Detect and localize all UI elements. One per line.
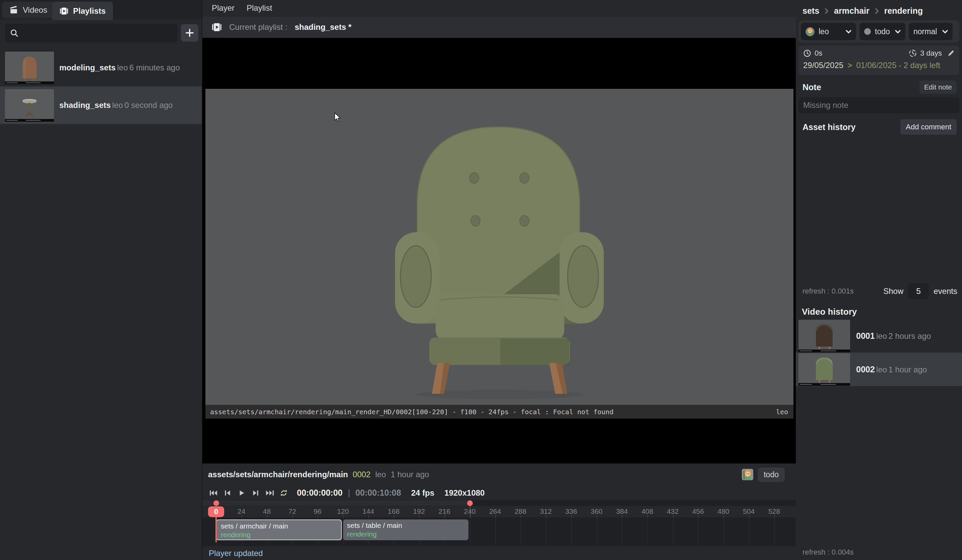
timeline-clip[interactable]: sets / armchair / mainrendering xyxy=(216,520,342,540)
timeline-tick-mark xyxy=(242,515,242,518)
refresh-indicator-bottom: refresh : 0.004s xyxy=(802,548,854,557)
version-author: leo xyxy=(375,470,386,479)
timeline-tick-label: 192 xyxy=(413,507,425,515)
previous-frame-button[interactable] xyxy=(223,489,232,497)
playlist-item-shading-sets[interactable]: shading_sets leo 0 second ago xyxy=(0,87,202,124)
status-badge[interactable]: todo xyxy=(758,468,784,482)
green-armchair-back-thumbnail xyxy=(799,353,850,386)
add-comment-button[interactable]: Add comment xyxy=(900,119,957,135)
playhead-line[interactable] xyxy=(215,517,217,542)
search-icon xyxy=(10,29,19,38)
breadcrumb-sets[interactable]: sets xyxy=(802,6,819,16)
loop-button[interactable] xyxy=(279,489,288,497)
video-frame xyxy=(205,89,793,405)
tab-playlists-label: Playlists xyxy=(73,6,105,16)
status-select[interactable]: todo xyxy=(859,23,906,40)
playlist-name: shading_sets xyxy=(59,100,111,110)
playhead-dot[interactable] xyxy=(213,500,219,506)
tab-videos[interactable]: Videos xyxy=(2,2,55,18)
plus-icon xyxy=(185,28,195,38)
events-row: refresh : 0.001s Show 5 events xyxy=(796,283,962,299)
timeline-tick-mark xyxy=(622,515,623,518)
version-path: assets/sets/armchair/rendering/main xyxy=(208,470,348,479)
edit-estimation-pencil-icon[interactable] xyxy=(947,50,955,57)
timeline-tick-mark xyxy=(571,515,572,518)
mouse-cursor xyxy=(333,112,343,122)
breadcrumb-rendering[interactable]: rendering xyxy=(884,6,923,16)
overlay-path: assets/sets/armchair/rendering/main_rend… xyxy=(210,408,412,416)
clip-task-type: rendering xyxy=(347,530,469,539)
timeline-tick-mark xyxy=(749,515,750,518)
end-marker-dot[interactable] xyxy=(467,500,473,506)
breadcrumb-armchair[interactable]: armchair xyxy=(834,6,870,16)
timeline-tick-mark xyxy=(267,515,267,518)
history-author: leo xyxy=(876,365,887,374)
timeline-grid-line xyxy=(470,518,470,546)
current-playlist-bar: Current playlist : shading_sets * xyxy=(202,16,796,38)
player-tabbar: Player Playlist xyxy=(202,0,796,16)
timeline-tick-mark xyxy=(723,515,724,518)
timeline-grid-line xyxy=(673,518,673,546)
skip-end-button[interactable] xyxy=(265,489,274,497)
chevron-down-icon xyxy=(846,30,851,34)
timeline-grid-line xyxy=(495,518,496,546)
time-spent-value: 0s xyxy=(815,49,822,58)
timeline-tick-mark xyxy=(774,515,775,518)
video-history-item-0001[interactable]: 0001 leo 2 hours ago xyxy=(796,319,962,353)
player-controls: 00:00:00:00 | 00:00:10:08 24 fps 1920x10… xyxy=(202,486,796,500)
clip-title: sets / table / main xyxy=(347,521,469,530)
history-time: 1 hour ago xyxy=(889,365,927,374)
resolution-indicator: 1920x1080 xyxy=(444,488,484,498)
video-history-item-0002[interactable]: 0002 leo 1 hour ago xyxy=(796,353,962,386)
status-dot-icon xyxy=(864,28,871,35)
timeline-clip[interactable]: sets / table / mainrendering xyxy=(343,520,469,540)
timeline-tick-label: 456 xyxy=(692,507,704,515)
timeline-tick-label: 480 xyxy=(717,507,729,515)
events-count-input[interactable]: 5 xyxy=(908,283,929,299)
events-label: events xyxy=(933,287,957,296)
playlist-item-modeling-sets[interactable]: modeling_sets leo 6 minutes ago xyxy=(0,49,202,87)
note-field[interactable]: Missing note xyxy=(799,97,959,113)
timeline-tick-label: 408 xyxy=(641,507,653,515)
due-date: 01/06/2025 - 2 days left xyxy=(856,61,940,70)
priority-select[interactable]: normal xyxy=(909,23,952,40)
clock-icon xyxy=(803,49,811,57)
timeline[interactable]: 0244872961201441681922162402642883123363… xyxy=(202,500,796,546)
search-input[interactable] xyxy=(5,23,178,42)
tab-player[interactable]: Player xyxy=(212,3,234,13)
skip-start-button[interactable] xyxy=(209,489,218,497)
tab-playlist[interactable]: Playlist xyxy=(247,3,272,13)
assignee-select[interactable]: leo xyxy=(801,23,856,40)
add-playlist-button[interactable] xyxy=(181,24,199,42)
search-row xyxy=(0,23,202,43)
video-overlay-bar: assets/sets/armchair/rendering/main_rend… xyxy=(205,405,793,419)
estimation-value: 3 days xyxy=(920,49,942,58)
edit-note-button[interactable]: Edit note xyxy=(920,81,957,94)
side-table-thumbnail xyxy=(5,89,54,122)
end-marker-line xyxy=(470,506,470,518)
playhead-pill[interactable]: 0 xyxy=(208,507,224,517)
timeline-ruler[interactable]: 0244872961201441681922162402642883123363… xyxy=(202,506,796,518)
overlay-info: [100-220] - f100 - 24fps - focal : Focal… xyxy=(412,408,613,416)
timeline-grid-line xyxy=(698,518,699,546)
dates-row: 29/05/2025 > 01/06/2025 - 2 days left xyxy=(803,61,955,70)
armchair-render xyxy=(205,89,793,405)
clip-task-type: rendering xyxy=(221,531,341,539)
timecode-current: 00:00:00:00 xyxy=(297,488,342,498)
timeline-tick-mark xyxy=(343,515,344,518)
play-button[interactable] xyxy=(237,489,246,497)
timeline-clips-row: sets / armchair / mainrenderingsets / ta… xyxy=(202,518,796,546)
clapperboard-icon xyxy=(10,6,18,15)
clip-title: sets / armchair / main xyxy=(221,522,341,531)
timeline-range-bar xyxy=(202,500,470,506)
tab-playlists[interactable]: Playlists xyxy=(52,2,113,20)
next-frame-button[interactable] xyxy=(251,489,260,497)
status-value: todo xyxy=(875,27,891,36)
timeline-tick-label: 72 xyxy=(288,507,296,515)
timeline-tick-mark xyxy=(318,515,318,518)
timecode-total: 00:00:10:08 xyxy=(355,488,401,498)
playlist-author: leo xyxy=(117,63,128,72)
timeline-tick-mark xyxy=(647,515,648,518)
assignee-value: leo xyxy=(818,27,842,36)
video-player[interactable]: assets/sets/armchair/rendering/main_rend… xyxy=(202,38,796,463)
